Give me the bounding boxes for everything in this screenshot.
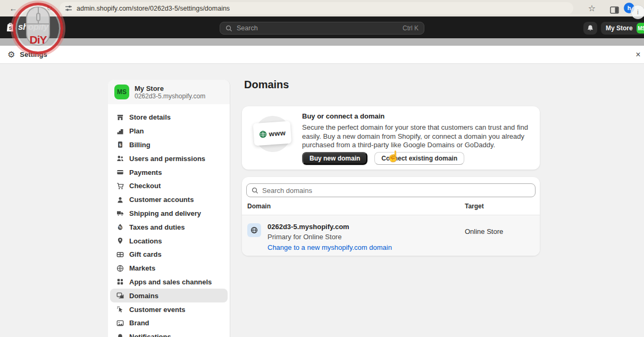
change-domain-link[interactable]: Change to a new myshopify.com domain [267, 243, 392, 251]
plan-icon [116, 128, 124, 135]
table-header: Domain Target [242, 197, 540, 215]
sidebar-item-label: Customer events [129, 306, 185, 314]
sidebar-item-label: Checkout [129, 182, 161, 190]
domains-rows: 0262d3-5.myshopify.comPrimary for Online… [242, 215, 540, 256]
notifications-bell-button[interactable] [583, 22, 597, 35]
svg-text:%: % [119, 226, 122, 230]
globe-icon [258, 130, 267, 138]
side-panel-icon[interactable] [607, 3, 621, 17]
page-title: Domains [244, 79, 289, 91]
sidebar-item-taxes-and-duties[interactable]: %Taxes and duties [110, 220, 228, 234]
sidebar-item-notifications[interactable]: Notifications [110, 330, 228, 337]
sidebar-item-label: Users and permissions [129, 155, 205, 163]
column-header-domain: Domain [247, 203, 465, 210]
browser-reload-icon[interactable]: ↻ [43, 1, 56, 15]
sidebar-item-store-details[interactable]: Store details [110, 111, 228, 124]
checkout-icon [116, 182, 124, 190]
store-menu-button[interactable]: My Store MS [601, 22, 644, 35]
shopify-topbar: S shopify Ctrl K My Store MS [0, 16, 644, 38]
domain-name: 0262d3-5.myshopify.com [267, 223, 392, 231]
sidebar-item-label: Gift cards [129, 250, 162, 258]
sidebar-item-payments[interactable]: Payments [110, 165, 228, 179]
topbar-search[interactable]: Ctrl K [220, 22, 424, 35]
background-strip [0, 38, 644, 46]
sidebar-store-header[interactable]: MS My Store 0262d3-5.myshopify.com [108, 80, 230, 104]
bell-icon [587, 24, 594, 32]
users-icon [116, 155, 124, 162]
sidebar-item-label: Taxes and duties [129, 223, 185, 231]
bookmark-star-icon[interactable]: ☆ [585, 1, 599, 15]
sidebar-item-label: Locations [129, 237, 162, 245]
notifications-icon [116, 333, 124, 337]
store-menu-label: My Store [606, 24, 633, 32]
search-shortcut: Ctrl K [403, 24, 419, 32]
column-header-target: Target [465, 203, 534, 210]
sidebar-item-label: Apps and sales channels [129, 278, 212, 286]
shopify-bag-icon: S [5, 21, 15, 32]
promo-heading: Buy or connect a domain [302, 112, 534, 120]
shipping-icon [116, 209, 124, 217]
sidebar-item-label: Notifications [129, 333, 171, 337]
browser-back-icon[interactable]: ← [6, 1, 20, 15]
markets-icon [116, 265, 124, 272]
domains-icon [116, 292, 124, 299]
svg-text:$: $ [119, 142, 121, 147]
sidebar-item-label: Billing [129, 141, 150, 149]
giftcards-icon [116, 251, 124, 258]
sidebar-item-apps-and-sales-channels[interactable]: Apps and sales channels [110, 275, 228, 289]
sidebar-item-users-and-permissions[interactable]: Users and permissions [110, 151, 228, 165]
sidebar-item-brand[interactable]: Brand [110, 316, 228, 330]
sidebar-item-label: Customer accounts [129, 196, 194, 204]
buy-new-domain-button[interactable]: Buy new domain [302, 152, 367, 165]
billing-icon: $ [116, 141, 124, 148]
domains-search-input[interactable] [262, 187, 530, 195]
browser-forward-icon[interactable]: → [24, 1, 38, 15]
sidebar-nav: Store detailsPlan$BillingUsers and permi… [108, 104, 230, 337]
events-icon [116, 306, 124, 313]
sidebar-item-plan[interactable]: Plan [110, 124, 228, 138]
sidebar-item-customer-events[interactable]: Customer events [110, 302, 228, 316]
sidebar-item-billing[interactable]: $Billing [110, 138, 228, 152]
table-row[interactable]: 0262d3-5.myshopify.comPrimary for Online… [242, 215, 540, 256]
search-icon [225, 25, 232, 32]
shopify-logo[interactable]: S shopify [5, 21, 48, 32]
search-icon [252, 187, 258, 194]
svg-text:S: S [9, 26, 12, 31]
sidebar-item-markets[interactable]: Markets [110, 262, 228, 275]
search-input[interactable] [237, 24, 398, 32]
sidebar-item-label: Domains [129, 292, 158, 300]
sidebar-item-shipping-and-delivery[interactable]: Shipping and delivery [110, 207, 228, 221]
domains-search[interactable] [246, 183, 536, 197]
sidebar-item-label: Plan [129, 127, 144, 135]
address-bar[interactable]: admin.shopify.com/store/0262d3-5/setting… [60, 2, 573, 14]
sidebar-item-customer-accounts[interactable]: Customer accounts [110, 193, 228, 207]
domain-target: Online Store [465, 220, 534, 256]
domain-status: Primary for Online Store [267, 233, 392, 241]
store-avatar: MS [637, 23, 644, 33]
sidebar-item-locations[interactable]: Locations [110, 234, 228, 248]
sidebar-item-label: Shipping and delivery [129, 209, 201, 217]
sidebar-item-checkout[interactable]: Checkout [110, 179, 228, 193]
apps-icon [116, 278, 124, 285]
customer-icon [116, 196, 124, 204]
gear-icon: ⚙ [7, 50, 15, 59]
store-icon [116, 114, 124, 121]
settings-sidebar: MS My Store 0262d3-5.myshopify.com Store… [108, 80, 230, 337]
settings-header-bar: ⚙ Settings × [0, 46, 644, 64]
browser-chrome: ← → ↻ admin.shopify.com/store/0262d3-5/s… [0, 0, 644, 16]
info-overlay-icon: i [631, 5, 644, 19]
shopify-logo-text: shopify [18, 22, 48, 32]
www-label: www [269, 129, 286, 138]
sidebar-item-label: Store details [129, 113, 171, 121]
sidebar-item-label: Payments [129, 168, 162, 176]
promo-body: Secure the perfect domain for your store… [302, 123, 534, 150]
sidebar-item-gift-cards[interactable]: Gift cards [110, 248, 228, 262]
www-illustration: www [252, 112, 294, 154]
globe-icon [247, 223, 261, 237]
sidebar-item-label: Markets [129, 264, 155, 272]
site-settings-icon[interactable] [65, 5, 72, 12]
sidebar-item-domains[interactable]: Domains [110, 289, 228, 302]
close-icon[interactable]: × [633, 49, 643, 60]
domains-list-card: Domain Target 0262d3-5.myshopify.comPrim… [242, 177, 540, 256]
locations-icon [116, 237, 124, 245]
